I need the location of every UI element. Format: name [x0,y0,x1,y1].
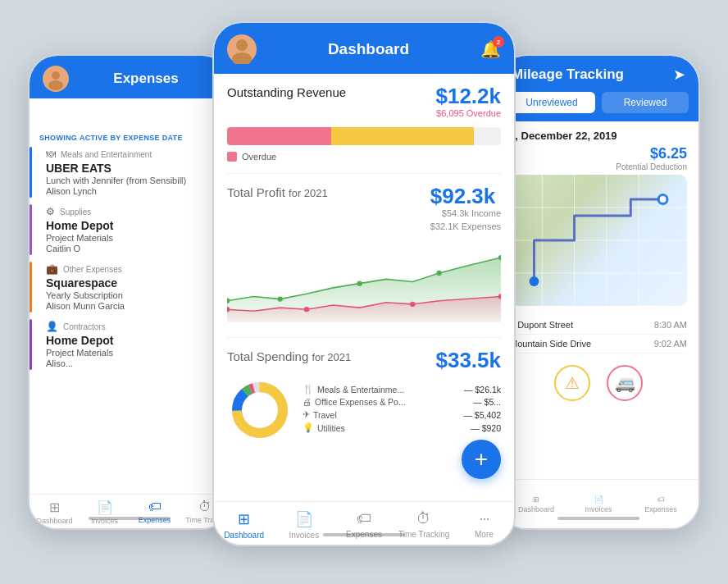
dashboard-phone: Dashboard 🔔 2 Outstanding Revenue $12.2k… [212,21,516,546]
mileage-tab-row: Unreviewed Reviewed [498,92,698,121]
dashboard-header: Dashboard 🔔 2 [214,23,514,74]
tab-unreviewed[interactable]: Unreviewed [508,92,595,113]
meals-icon: 🍽 [46,148,56,160]
revenue-amount: $12.2k [435,85,501,107]
svg-point-6 [357,281,362,285]
expense-group-supplies[interactable]: ⚙ Supplies Home Depot Project Materials … [30,201,230,258]
spending-donut-row: 🍴 Meals & Entertainme... — $26.1k 🖨 Offi… [227,377,501,443]
dash-nav-dashboard[interactable]: ⊞ Dashboard [214,510,274,540]
svg-point-25 [530,276,539,286]
left-bottom-nav: ⊞ Dashboard 📄 Invoices 🏷 Expenses ⏱ Time… [30,494,230,528]
user-avatar-dash [227,34,257,64]
nav-expenses[interactable]: 🏷 Expenses [130,500,180,525]
expense-group-other[interactable]: 💼 Other Expenses Squarespace Yearly Subs… [30,258,230,316]
other-icon: 💼 [46,263,58,275]
dash-time-icon: ⏱ [416,510,431,527]
action-icons: ⚠ 🚐 [498,357,698,409]
svg-point-1 [48,80,63,90]
dashboard-bottom-nav: ⊞ Dashboard 📄 Invoices 🏷 Expenses ⏱ Time… [214,501,514,545]
mileage-phone: Mileage Tracking ➤ Unreviewed Reviewed y… [497,54,700,530]
trip-date: y, December 22, 2019 [498,121,698,145]
expense-group-meals[interactable]: 🍽 Meals and Entertainment UBER EATS Lunc… [30,144,230,201]
svg-point-3 [232,52,252,64]
nav-invoices[interactable]: 📄 Invoices [80,500,130,525]
dashboard-content: Outstanding Revenue $12.2k $6,095 Overdu… [214,74,514,489]
spend-item-travel: ✈ Travel — $5,402 [303,409,501,420]
profit-stats: $54.3k Income $32.1K Expenses [430,207,501,234]
dash-more-icon: ··· [479,510,489,527]
deduction-box: $6.25 Potential Deduction [616,145,687,171]
expenses-header: Expenses [30,56,230,98]
mileage-header: Mileage Tracking ➤ [498,56,698,92]
svg-point-27 [660,196,667,203]
trip-list: 5 Dupont Street 8:30 AM Mountain Side Dr… [498,313,698,357]
home-bar [89,517,171,520]
revenue-bar-pending [331,127,474,145]
overdue-legend: Overdue [227,152,501,162]
dash-home-bar [323,533,405,536]
right-nav-expenses[interactable]: 🏷 Expenses [630,495,692,513]
travel-spend-icon: ✈ [303,409,310,420]
spending-section: Total Spending for 2021 $33.5k [227,349,501,454]
right-nav-invoices[interactable]: 📄 Invoices [567,495,630,513]
showing-label: SHOWING ACTIVE BY EXPENSE DATE [30,130,230,144]
spending-list: 🍴 Meals & Entertainme... — $26.1k 🖨 Offi… [303,384,501,436]
map-area [510,175,687,306]
expenses-title: Expenses [75,71,216,87]
svg-point-10 [304,307,309,312]
dash-nav-more[interactable]: ··· More [454,510,514,540]
spend-item-meals: 🍴 Meals & Entertainme... — $26.1k [303,384,501,395]
expenses-icon: 🏷 [148,500,162,514]
trip-item-1[interactable]: Mountain Side Drive 9:02 AM [510,335,687,354]
time-icon: ⏱ [198,500,212,514]
expense-group-contractors[interactable]: 👤 Contractors Home Depot Project Materia… [30,316,230,373]
notification-badge: 2 [493,36,504,48]
warning-action[interactable]: ⚠ [554,365,590,401]
spending-title: Total Spending for 2021 [227,349,351,363]
revenue-bar-overdue [227,127,331,145]
trip-item-0[interactable]: 5 Dupont Street 8:30 AM [510,316,687,335]
tab-reviewed[interactable]: Reviewed [602,92,689,113]
map-background [510,175,687,306]
search-bar[interactable]: Search [39,103,220,124]
profit-section: Total Profit for 2021 $92.3k $54.3k Inco… [227,185,501,338]
mileage-bottom-nav: ⊞ Dashboard 📄 Invoices 🏷 Expenses [498,479,698,528]
dash-expenses-icon: 🏷 [357,510,371,527]
contractors-icon: 👤 [46,321,58,332]
spending-amount: $33.5k [435,349,501,371]
expenses-phone: Expenses Search SHOWING ACTIVE BY EXPENS… [28,54,231,530]
svg-point-2 [236,39,248,51]
dash-dashboard-icon: ⊞ [238,510,250,528]
dash-invoices-icon: 📄 [295,510,313,528]
deduction-row: $6.25 Potential Deduction [498,145,698,175]
spend-item-utilities: 💡 Utilities — $920 [303,422,501,433]
deduction-label: Potential Deduction [616,162,687,171]
revenue-overdue: $6,095 Overdue [435,107,501,121]
send-icon[interactable]: ➤ [673,66,685,84]
user-avatar [43,66,69,92]
svg-point-11 [410,301,415,306]
delivery-action[interactable]: 🚐 [607,365,643,401]
supplies-icon: ⚙ [46,206,55,217]
profit-chart [227,240,501,322]
meals-spend-icon: 🍴 [303,384,314,395]
dashboard-icon: ⊞ [49,500,60,515]
mileage-content: y, December 22, 2019 $6.25 Potential Ded… [498,121,698,472]
svg-point-0 [52,71,60,80]
phones-container: Expenses Search SHOWING ACTIVE BY EXPENS… [28,21,700,563]
svg-point-5 [277,296,282,301]
revenue-section: Outstanding Revenue $12.2k $6,095 Overdu… [227,85,501,174]
svg-point-7 [436,270,441,275]
notification-bell[interactable]: 🔔 2 [480,39,501,59]
revenue-title: Outstanding Revenue [227,85,346,99]
utilities-spend-icon: 💡 [303,422,314,433]
nav-dashboard[interactable]: ⊞ Dashboard [30,500,80,525]
spend-item-office: 🖨 Office Expenses & Po... — $5... [303,397,501,407]
profit-title: Total Profit for 2021 [227,185,328,199]
deduction-amount: $6.25 [616,145,687,162]
revenue-bar [227,127,501,145]
add-fab-button[interactable]: + [462,440,501,479]
office-spend-icon: 🖨 [303,397,312,407]
profit-amount: $92.3k [430,185,501,207]
dashboard-title: Dashboard [263,40,474,58]
